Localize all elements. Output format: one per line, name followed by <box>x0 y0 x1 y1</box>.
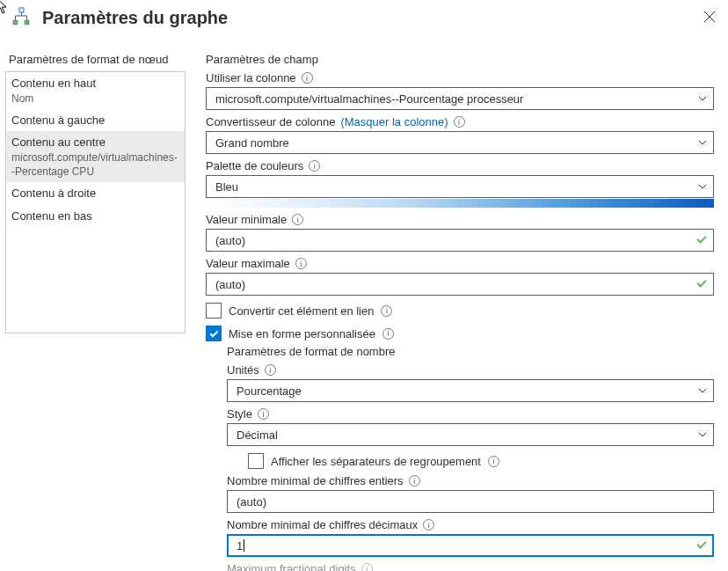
converter-value: Grand nombre <box>215 136 289 150</box>
sidebar-item-right[interactable]: Contenu à droite <box>6 182 185 205</box>
units-select[interactable]: Pourcentage <box>227 379 714 402</box>
min-input[interactable]: (auto) <box>206 229 714 252</box>
units-label: Unités <box>227 363 259 377</box>
group-sep-checkbox[interactable] <box>248 453 264 469</box>
svg-rect-0 <box>19 8 24 12</box>
min-value: (auto) <box>215 234 245 247</box>
max-label: Valeur maximale <box>206 257 290 270</box>
sidebar-item-left[interactable]: Contenu à gauche <box>6 109 185 132</box>
max-value: (auto) <box>215 278 245 291</box>
info-icon[interactable]: i <box>381 305 392 317</box>
info-icon[interactable]: i <box>258 408 269 420</box>
dialog-title: Paramètres du graphe <box>42 8 228 28</box>
field-settings-title: Paramètres de champ <box>206 53 714 66</box>
sidebar-item-center[interactable]: Contenu au centre microsoft.compute/virt… <box>6 131 185 182</box>
converter-select[interactable]: Grand nombre <box>206 131 714 154</box>
info-icon[interactable]: i <box>292 214 303 225</box>
min-int-label: Nombre minimal de chiffres entiers <box>227 474 404 487</box>
chevron-down-icon <box>697 181 708 192</box>
style-value: Décimal <box>237 428 278 442</box>
use-column-value: microsoft.compute/virtualmachines--Pourc… <box>215 92 523 106</box>
sidebar-item-label: Contenu en bas <box>11 209 179 224</box>
info-icon[interactable]: i <box>302 72 313 84</box>
sidebar-item-bottom[interactable]: Contenu en bas <box>6 205 185 228</box>
number-format-title: Paramètres de format de nombre <box>227 345 714 358</box>
info-icon[interactable]: i <box>454 116 465 128</box>
style-label: Style <box>227 407 252 421</box>
custom-format-label: Mise en forme personnalisée <box>229 327 375 340</box>
chevron-down-icon <box>697 137 708 148</box>
sidebar-item-label: Contenu à gauche <box>11 113 179 128</box>
min-frac-label: Nombre minimal de chiffres décimaux <box>227 518 418 531</box>
info-icon[interactable]: i <box>488 456 499 467</box>
palette-preview <box>206 199 714 208</box>
converter-label: Convertisseur de colonne <box>206 115 335 128</box>
sidebar-item-label: Contenu au centre <box>11 135 179 150</box>
info-icon[interactable]: i <box>265 364 276 376</box>
chevron-down-icon <box>697 429 708 440</box>
palette-label: Palette de couleurs <box>206 159 303 172</box>
min-frac-value: 1 <box>237 539 243 553</box>
node-format-list: Contenu en haut Nom Contenu à gauche Con… <box>5 71 186 333</box>
min-frac-input[interactable]: 1 <box>227 534 714 557</box>
text-cursor <box>244 539 244 552</box>
min-int-input[interactable]: (auto) <box>227 490 714 513</box>
sidebar-item-top[interactable]: Contenu en haut Nom <box>6 72 185 109</box>
info-icon[interactable]: i <box>295 258 307 269</box>
sidebar-title: Paramètres de format de nœud <box>9 53 190 66</box>
chevron-down-icon <box>697 385 708 396</box>
style-select[interactable]: Décimal <box>227 423 714 446</box>
hide-column-link[interactable]: (Masquer la colonne) <box>340 115 448 128</box>
info-icon[interactable]: i <box>409 475 420 487</box>
info-icon[interactable]: i <box>382 328 394 340</box>
close-button[interactable] <box>703 11 716 26</box>
min-label: Valeur minimale <box>206 213 287 226</box>
info-icon[interactable]: i <box>423 519 434 531</box>
custom-format-checkbox[interactable] <box>206 326 222 341</box>
make-link-checkbox[interactable] <box>206 303 222 318</box>
info-icon[interactable]: i <box>361 563 373 571</box>
palette-value: Bleu <box>215 180 238 194</box>
make-link-label: Convertir cet élément en lien <box>229 304 374 318</box>
sidebar-item-sub: Nom <box>11 92 179 106</box>
sidebar-item-label: Contenu en haut <box>11 76 179 92</box>
group-sep-label: Afficher les séparateurs de regroupement <box>271 455 481 468</box>
close-icon <box>703 11 716 23</box>
units-value: Pourcentage <box>237 384 302 398</box>
sidebar-item-sub: microsoft.compute/virtualmachines--Perce… <box>11 150 179 179</box>
svg-rect-1 <box>13 20 18 25</box>
graph-icon <box>11 7 32 28</box>
max-input[interactable]: (auto) <box>206 273 714 296</box>
sidebar-item-label: Contenu à droite <box>11 186 179 201</box>
chevron-down-icon <box>697 93 708 104</box>
min-int-value: (auto) <box>237 495 266 509</box>
info-icon[interactable]: i <box>309 160 320 172</box>
use-column-label: Utiliser la colonne <box>206 71 296 84</box>
max-frac-label: Maximum fractional digits <box>227 562 356 571</box>
use-column-select[interactable]: microsoft.compute/virtualmachines--Pourc… <box>206 87 714 110</box>
svg-rect-2 <box>25 20 29 25</box>
palette-select[interactable]: Bleu <box>206 175 714 198</box>
